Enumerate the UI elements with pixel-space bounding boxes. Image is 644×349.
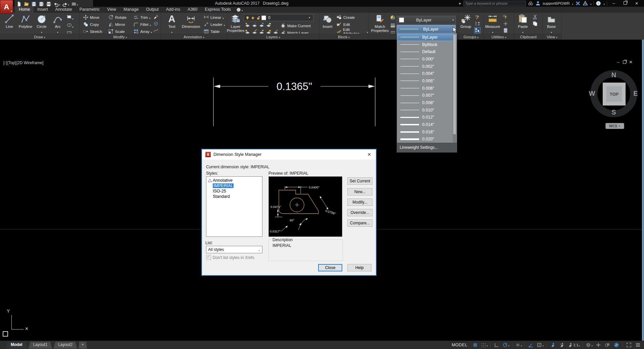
user-menu-caret[interactable]	[572, 0, 573, 6]
group-button[interactable]: Group	[458, 14, 473, 29]
leader-button[interactable]: Leader	[203, 21, 225, 28]
style-item[interactable]: ISO-25	[206, 188, 262, 194]
style-item[interactable]: Standard	[206, 194, 262, 199]
layer-off-icon[interactable]	[245, 22, 250, 28]
search-icon[interactable]	[528, 1, 533, 6]
measure-button[interactable]: Measure	[485, 14, 501, 35]
tab-layout1[interactable]: Layout1	[29, 342, 52, 349]
dropdown-scrollbar[interactable]	[453, 34, 456, 143]
insert-block-button[interactable]: Insert	[320, 14, 335, 29]
tab-layout2[interactable]: Layout2	[53, 342, 77, 349]
status-isolate-objects[interactable]	[603, 342, 611, 348]
lineweight-option[interactable]: ByLayer	[397, 34, 457, 41]
help-icon[interactable]: ?	[596, 1, 601, 6]
polyline-button[interactable]: Polyline	[17, 14, 34, 29]
status-osnap[interactable]	[536, 342, 544, 348]
plot-button[interactable]	[45, 1, 52, 7]
ribbon-display-toggle[interactable]	[237, 7, 243, 13]
help-button[interactable]: Help	[347, 264, 371, 271]
undo-button[interactable]	[53, 1, 61, 7]
new-button[interactable]	[16, 1, 22, 7]
panel-footer-layers[interactable]: Layers	[227, 34, 319, 40]
status-otrack[interactable]	[527, 342, 535, 348]
new-layout-button[interactable]: +	[79, 342, 87, 349]
qat-menu-button[interactable]	[70, 1, 79, 7]
color-wheel-icon[interactable]	[390, 15, 396, 20]
layer-lock-icon[interactable]	[266, 22, 271, 28]
base-button[interactable]: Base	[544, 14, 559, 35]
lineweight-option[interactable]: 0.010"	[397, 106, 457, 114]
status-ortho[interactable]	[493, 342, 501, 348]
new-button[interactable]: New...	[347, 188, 373, 195]
paste-button[interactable]: Paste	[515, 14, 530, 35]
text-button[interactable]: A Text	[164, 14, 180, 35]
status-annotation-visibility[interactable]	[549, 342, 557, 348]
lineweight-option[interactable]: 0.004"	[397, 70, 457, 77]
erase-icon[interactable]	[153, 14, 159, 20]
status-snap[interactable]	[480, 342, 489, 348]
close-dialog-button[interactable]: Close	[318, 264, 342, 271]
group-bounding-icon[interactable]	[475, 21, 480, 27]
id-point-icon[interactable]	[503, 21, 508, 27]
offset-icon[interactable]	[153, 28, 159, 33]
layer-properties-button[interactable]: Layer Properties	[227, 14, 244, 33]
viewcube-east[interactable]: E	[631, 90, 641, 97]
lineweight-option[interactable]: 0.000"	[397, 55, 457, 63]
status-polar[interactable]	[502, 342, 510, 348]
quick-calc-icon[interactable]	[503, 28, 508, 33]
panel-footer-block[interactable]: Block	[319, 34, 368, 40]
tab-add-ins[interactable]: Add-ins	[162, 6, 184, 13]
status-customization[interactable]	[634, 342, 642, 348]
save-button[interactable]	[31, 1, 37, 7]
rotate-button[interactable]: Rotate	[108, 14, 127, 21]
lineweight-option[interactable]: 0.012"	[397, 114, 457, 121]
status-graphics-performance[interactable]	[612, 342, 621, 348]
group-selection-toggle-icon[interactable]	[475, 28, 480, 33]
layer-isolate-icon[interactable]	[252, 22, 257, 28]
lineweight-option[interactable]: 0.002"	[397, 63, 457, 70]
status-workspace[interactable]	[585, 342, 593, 348]
help-caret[interactable]	[603, 0, 605, 6]
tab-a360[interactable]: A360	[184, 6, 201, 13]
modify-button[interactable]: Modify...	[347, 199, 373, 206]
status-grid[interactable]	[471, 342, 479, 348]
minimize-button[interactable]: ─	[609, 1, 618, 5]
make-current-button[interactable]: Make Current	[280, 22, 311, 29]
open-button[interactable]	[23, 1, 30, 7]
dialog-close-icon[interactable]: ✕	[367, 152, 371, 157]
panel-footer-annotation[interactable]: Annotation	[161, 34, 227, 40]
panel-footer-utilities[interactable]: Utilities	[484, 34, 514, 40]
tab-insert[interactable]: Insert	[34, 6, 51, 13]
exchange-apps-icon[interactable]	[575, 1, 581, 6]
circle-button[interactable]: Circle	[34, 14, 50, 35]
lineweight-option[interactable]: 0.014"	[397, 121, 457, 128]
layer-freeze-icon[interactable]	[259, 22, 264, 28]
close-button[interactable]: ✕	[632, 1, 641, 6]
a360-icon[interactable]	[583, 1, 588, 6]
set-current-button[interactable]: Set Current	[347, 177, 373, 185]
search-expand-icon[interactable]: ▶	[459, 2, 461, 5]
panel-footer-draw[interactable]: Draw	[0, 34, 79, 40]
create-block-button[interactable]: Create	[336, 14, 368, 21]
fillet-button[interactable]: Fillet	[133, 21, 152, 28]
tab-manage[interactable]: Manage	[120, 6, 142, 13]
dialog-title-bar[interactable]: A Dimension Style Manager ✕	[202, 149, 376, 160]
lineweight-option[interactable]: 0.005"	[397, 77, 457, 85]
tab-parametric[interactable]: Parametric	[76, 6, 103, 13]
arc-button[interactable]: Arc	[50, 14, 66, 35]
ellipse-button[interactable]	[66, 22, 73, 29]
override-button[interactable]: Override...	[347, 209, 373, 216]
match-properties-button[interactable]: Match Properties	[370, 14, 389, 33]
lineweight-option[interactable]: 0.020"	[397, 136, 457, 143]
lineweight-combo[interactable]: ByLayer ▾	[397, 25, 456, 33]
style-item[interactable]: IMPERIAL	[206, 183, 262, 188]
viewcube-top-face[interactable]: TOP	[603, 83, 626, 105]
viewcube-wcs-menu[interactable]: WCS▼	[605, 123, 624, 129]
viewcube-south[interactable]: S	[609, 108, 619, 116]
status-clean-screen[interactable]	[625, 342, 633, 348]
application-menu-button[interactable]: A ▾	[0, 0, 13, 14]
status-annotation-monitor[interactable]	[594, 342, 602, 348]
lineweight-option[interactable]: Default	[397, 48, 457, 55]
status-isodraft[interactable]	[514, 342, 523, 348]
tab-annotate[interactable]: Annotate	[52, 6, 76, 13]
